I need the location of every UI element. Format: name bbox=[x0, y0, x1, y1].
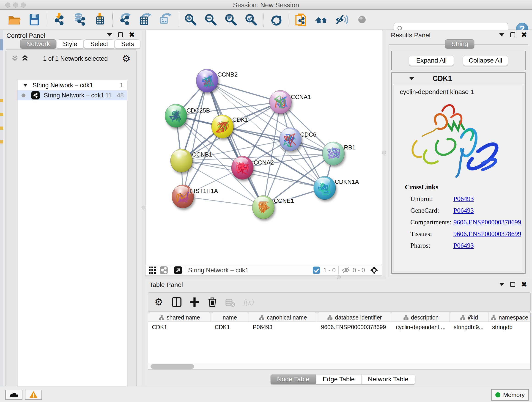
selected-checkbox-icon[interactable] bbox=[312, 266, 321, 274]
network-canvas[interactable]: CCNB2 CCNA1 CDC25B CDK1 CDC6 RB1 bbox=[145, 30, 382, 265]
control-panel: Control Panel ✖ NetworkStyleSelectSets 1… bbox=[3, 30, 142, 386]
collection-expander-icon[interactable] bbox=[23, 84, 28, 87]
tab-node-table[interactable]: Node Table bbox=[270, 374, 316, 384]
share-view-icon[interactable] bbox=[160, 266, 168, 274]
tab-select[interactable]: Select bbox=[84, 39, 114, 49]
column-header-canonical-name[interactable]: canonical name bbox=[249, 313, 317, 322]
network-graph[interactable]: CCNB2 CCNA1 CDC25B CDK1 CDC6 RB1 bbox=[146, 30, 382, 265]
float-panel-icon[interactable] bbox=[118, 32, 123, 37]
panel-menu-icon[interactable] bbox=[499, 283, 504, 286]
hidden-count: 0 - 0 bbox=[353, 267, 365, 274]
edge-HIST1H1A-CCNE1[interactable] bbox=[183, 196, 263, 207]
close-panel-icon[interactable]: ✖ bbox=[129, 32, 135, 37]
node-CDKN1A[interactable]: CDKN1A bbox=[314, 176, 359, 200]
collapse-all-button[interactable]: Collapse All bbox=[463, 55, 508, 66]
column-header-database-identifier[interactable]: database identifier bbox=[317, 313, 392, 322]
close-panel-icon[interactable]: ✖ bbox=[521, 282, 527, 287]
save-session-button[interactable] bbox=[26, 12, 43, 28]
clear-table-icon bbox=[225, 296, 236, 308]
edge-CCNB2-HIST1H1A[interactable] bbox=[183, 81, 207, 196]
panel-menu-icon[interactable] bbox=[107, 33, 112, 36]
zoom-fit-content-button[interactable] bbox=[223, 12, 239, 28]
expand-all-button[interactable]: Expand All bbox=[409, 55, 454, 66]
tab-network[interactable]: Network bbox=[20, 39, 56, 49]
column-header-description[interactable]: description bbox=[392, 313, 450, 322]
float-panel-icon[interactable] bbox=[510, 282, 515, 287]
column-tree-icon bbox=[403, 314, 409, 320]
column-header-name[interactable]: name bbox=[211, 313, 249, 322]
node-CCNB2[interactable]: CCNB2 bbox=[196, 69, 238, 92]
crosslink-link[interactable]: P06493 bbox=[453, 195, 474, 202]
fit-selected-move-icon[interactable] bbox=[370, 266, 378, 274]
float-panel-icon[interactable] bbox=[510, 32, 515, 37]
network-options-gear-icon[interactable]: ⚙ bbox=[122, 55, 131, 63]
node-CDK1[interactable]: CDK1 bbox=[211, 115, 248, 138]
scrollbar-thumb[interactable] bbox=[151, 364, 194, 369]
node-HIST1H1A[interactable]: HIST1H1A bbox=[172, 185, 218, 208]
expand-all-icon[interactable] bbox=[21, 54, 29, 63]
network-row[interactable]: String Network – cdk1 11 48 bbox=[17, 90, 127, 100]
right-splitter-handle[interactable] bbox=[382, 151, 386, 154]
node-entry-header[interactable]: CDK1 bbox=[392, 73, 525, 84]
birds-eye-grid-icon[interactable] bbox=[148, 266, 157, 274]
show-graphics-preview-button[interactable] bbox=[354, 12, 370, 28]
hide-graphics-details-button[interactable] bbox=[334, 12, 350, 28]
open-session-folder-button[interactable] bbox=[6, 12, 22, 28]
delete-columns-trash-button[interactable] bbox=[205, 295, 220, 309]
panel-menu-icon[interactable] bbox=[499, 33, 504, 36]
table-cell: CDK1 bbox=[211, 322, 249, 332]
collapse-all-icon[interactable] bbox=[11, 54, 19, 63]
network-collection-row[interactable]: String Network – cdk1 1 bbox=[17, 80, 127, 90]
left-splitter[interactable] bbox=[142, 30, 145, 386]
import-network-button[interactable] bbox=[51, 12, 68, 28]
import-table-button[interactable] bbox=[92, 12, 108, 28]
left-splitter-handle[interactable] bbox=[142, 206, 146, 210]
zoom-selected-region-button[interactable] bbox=[243, 12, 259, 28]
network-overview-home-button[interactable] bbox=[313, 12, 330, 28]
edge-CCNB2-CCNA1[interactable] bbox=[207, 81, 280, 102]
node-CCNA1[interactable]: CCNA1 bbox=[269, 90, 311, 114]
crosslink-link[interactable]: 9606.ENSP00000378699 bbox=[453, 230, 521, 237]
warnings-button[interactable] bbox=[25, 390, 42, 400]
open-in-new-window-icon[interactable] bbox=[174, 266, 182, 274]
entry-expander-icon[interactable] bbox=[409, 77, 414, 80]
show-columns-button[interactable] bbox=[169, 295, 184, 309]
crosslink-link[interactable]: 9606.ENSP00000378699 bbox=[453, 218, 521, 226]
memory-button[interactable]: Memory bbox=[491, 389, 529, 401]
crosslink-link[interactable]: P06493 bbox=[453, 207, 474, 214]
refresh-view-button[interactable] bbox=[268, 12, 285, 28]
create-column-plus-button[interactable] bbox=[187, 295, 202, 309]
crosslink-label: GeneCard: bbox=[410, 207, 453, 214]
node-label-RB1: RB1 bbox=[344, 144, 355, 151]
close-panel-icon[interactable]: ✖ bbox=[521, 32, 527, 37]
node-CDC25B[interactable]: CDC25B bbox=[165, 104, 210, 128]
crosslink-link[interactable]: P06493 bbox=[453, 242, 474, 249]
column-header-shared-name[interactable]: shared name bbox=[148, 313, 211, 322]
cloud-tasks-button[interactable] bbox=[5, 390, 22, 400]
node-RB1[interactable]: RB1 bbox=[322, 142, 355, 165]
svg-text:f(x): f(x) bbox=[244, 298, 254, 306]
import-database-button[interactable] bbox=[71, 12, 88, 28]
table-row[interactable]: CDK1CDK1P064939606.ENSP00000378699cyclin… bbox=[148, 322, 530, 332]
table-header-row: shared namenamecanonical namedatabase id… bbox=[148, 313, 530, 322]
table-settings-gear-button[interactable]: ⚙ bbox=[152, 295, 166, 309]
column-header-namespace[interactable]: namespace bbox=[488, 313, 531, 322]
table-cell: P06493 bbox=[249, 322, 317, 332]
export-image-button[interactable] bbox=[157, 12, 174, 28]
tab-style[interactable]: Style bbox=[57, 39, 83, 49]
tab-edge-table[interactable]: Edge Table bbox=[316, 374, 361, 384]
tab-network-table[interactable]: Network Table bbox=[361, 374, 415, 384]
node-CCNA2[interactable]: CCNA2 bbox=[231, 156, 274, 179]
zoom-out-button[interactable] bbox=[203, 12, 219, 28]
tab-string[interactable]: String bbox=[445, 39, 474, 49]
export-table-button[interactable] bbox=[137, 12, 153, 28]
node-table[interactable]: shared namenamecanonical namedatabase id… bbox=[148, 313, 531, 370]
open-network-from-file-button[interactable] bbox=[293, 12, 310, 28]
export-network-button[interactable] bbox=[117, 12, 133, 28]
tab-sets[interactable]: Sets bbox=[115, 39, 140, 49]
table-horizontal-scrollbar[interactable] bbox=[148, 363, 530, 370]
zoom-in-button[interactable] bbox=[182, 12, 199, 28]
horizontal-splitter-handle[interactable] bbox=[337, 275, 341, 279]
expand-collapse-bar: Expand All Collapse All bbox=[391, 51, 526, 70]
column-header--id[interactable]: @id bbox=[450, 313, 488, 322]
